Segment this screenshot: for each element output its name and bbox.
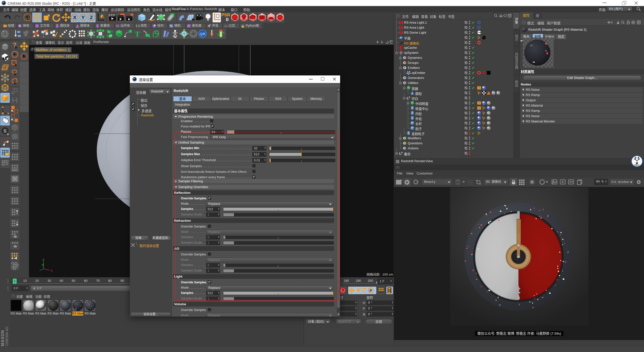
svg-text:fx: fx [174, 35, 177, 39]
svg-text:T: T [135, 30, 140, 38]
svg-text:Z: Z [90, 15, 93, 20]
svg-text:Z: Z [43, 259, 44, 262]
svg-text:野鹿志: 野鹿志 [634, 164, 639, 166]
svg-text:RGB: RGB [455, 181, 461, 184]
svg-text:PV: PV [570, 181, 573, 184]
svg-text:?: ? [342, 288, 344, 293]
svg-text:X: X [51, 269, 53, 273]
svg-text:QR: QR [200, 32, 206, 36]
svg-text:X: X [73, 15, 76, 20]
svg-text:P: P [370, 288, 372, 293]
svg-text:微信公众号: 野鹿志 微博: 野鹿志 作者: 马鹿野: 微信公众号: 野鹿志 微博: 野鹿志 作者: 马鹿野郎 (7.59s) [477, 331, 561, 335]
svg-text:Y: Y [42, 263, 44, 267]
svg-text:S: S [4, 128, 7, 134]
svg-text:0: 0 [401, 151, 403, 154]
svg-text:Y: Y [82, 15, 85, 20]
svg-text:L: L [399, 152, 401, 155]
svg-text:0: 0 [409, 96, 410, 99]
